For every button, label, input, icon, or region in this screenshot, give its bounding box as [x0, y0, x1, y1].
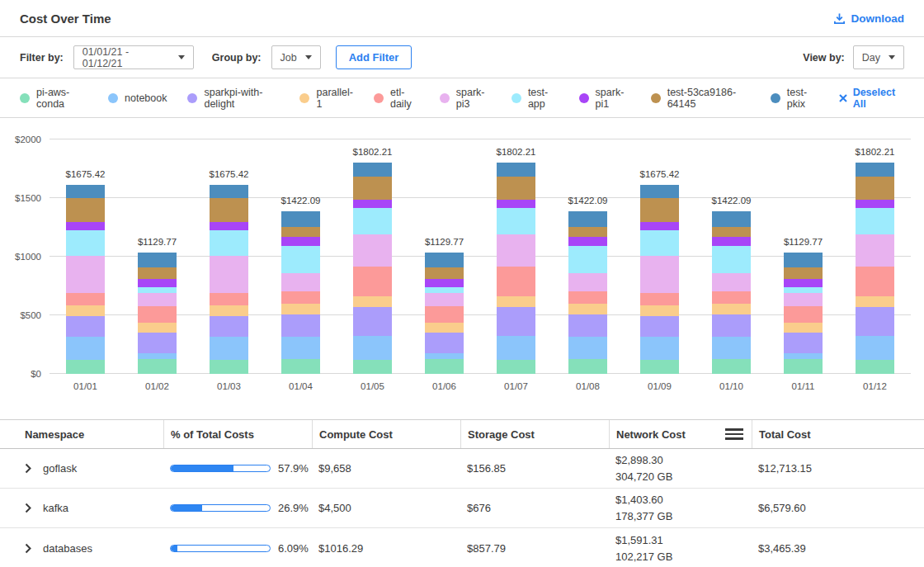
- bar-segment-pi-aws-conda[interactable]: [568, 359, 607, 374]
- bar-segment-sparkpi-with-delight[interactable]: [353, 307, 392, 336]
- legend-item-test-53ca9186-64145[interactable]: test-53ca9186-64145: [651, 87, 750, 110]
- column-header-compute-cost[interactable]: Compute Cost: [312, 420, 460, 448]
- bar-segment-test-pkix[interactable]: [712, 211, 751, 226]
- bar-segment-test-app[interactable]: [353, 208, 392, 235]
- stacked-bar-01/07[interactable]: [497, 163, 535, 374]
- bar-segment-sparkpi-with-delight[interactable]: [425, 333, 464, 353]
- bar-segment-spark-pi1[interactable]: [640, 222, 679, 230]
- bar-segment-spark-pi3[interactable]: [497, 234, 535, 266]
- bar-segment-spark-pi3[interactable]: [712, 273, 751, 291]
- bar-segment-etl-daily[interactable]: [138, 306, 177, 324]
- group-by-select[interactable]: Job: [271, 45, 321, 69]
- bar-segment-spark-pi1[interactable]: [66, 222, 105, 230]
- bar-segment-notebook[interactable]: [66, 337, 105, 360]
- bar-segment-test-app[interactable]: [856, 208, 894, 235]
- bar-segment-etl-daily[interactable]: [210, 293, 248, 305]
- stacked-bar-01/08[interactable]: [568, 211, 607, 374]
- bar-segment-test-app[interactable]: [66, 230, 105, 256]
- bar-segment-pi-aws-conda[interactable]: [856, 360, 894, 374]
- bar-segment-notebook[interactable]: [497, 336, 535, 359]
- date-range-select[interactable]: 01/01/21 - 01/12/21: [73, 45, 194, 69]
- bar-segment-spark-pi3[interactable]: [281, 273, 320, 291]
- column-header-total-cost[interactable]: Total Cost: [752, 420, 911, 448]
- bar-segment-sparkpi-with-delight[interactable]: [66, 316, 105, 337]
- bar-segment-test-pkix[interactable]: [425, 253, 464, 267]
- bar-segment-pi-aws-conda[interactable]: [712, 359, 751, 374]
- bar-segment-sparkpi-with-delight[interactable]: [138, 333, 177, 353]
- bar-segment-parallel-1[interactable]: [640, 305, 679, 316]
- bar-segment-spark-pi3[interactable]: [640, 256, 679, 294]
- bar-segment-spark-pi3[interactable]: [856, 234, 894, 266]
- menu-icon[interactable]: [725, 428, 743, 440]
- bar-segment-spark-pi3[interactable]: [568, 273, 607, 291]
- bar-segment-etl-daily[interactable]: [497, 267, 535, 296]
- bar-segment-test-53ca9186-64145[interactable]: [568, 227, 607, 237]
- bar-segment-parallel-1[interactable]: [425, 323, 464, 333]
- bar-segment-parallel-1[interactable]: [281, 304, 320, 314]
- bar-segment-test-app[interactable]: [568, 246, 607, 273]
- bar-segment-test-pkix[interactable]: [497, 163, 535, 177]
- bar-segment-test-app[interactable]: [425, 287, 464, 293]
- stacked-bar-01/06[interactable]: [425, 253, 464, 374]
- bar-segment-pi-aws-conda[interactable]: [640, 360, 679, 374]
- bar-segment-spark-pi3[interactable]: [210, 256, 248, 294]
- bar-segment-sparkpi-with-delight[interactable]: [712, 314, 751, 337]
- stacked-bar-01/05[interactable]: [353, 163, 392, 374]
- bar-segment-sparkpi-with-delight[interactable]: [281, 314, 320, 337]
- bar-segment-sparkpi-with-delight[interactable]: [784, 333, 823, 353]
- table-row-kafka[interactable]: kafka26.9%$4,500$676$1,403.60178,377 GB$…: [0, 489, 924, 528]
- bar-segment-parallel-1[interactable]: [568, 304, 607, 314]
- bar-segment-test-app[interactable]: [281, 246, 320, 273]
- bar-segment-test-app[interactable]: [210, 230, 248, 256]
- bar-segment-parallel-1[interactable]: [712, 304, 751, 314]
- stacked-bar-01/10[interactable]: [712, 211, 751, 374]
- bar-segment-spark-pi3[interactable]: [425, 293, 464, 306]
- bar-segment-notebook[interactable]: [640, 337, 679, 360]
- bar-segment-spark-pi1[interactable]: [568, 237, 607, 246]
- bar-segment-etl-daily[interactable]: [640, 293, 679, 305]
- bar-segment-etl-daily[interactable]: [568, 291, 607, 304]
- stacked-bar-01/01[interactable]: [66, 185, 105, 374]
- bar-segment-test-53ca9186-64145[interactable]: [281, 227, 320, 237]
- bar-segment-test-pkix[interactable]: [640, 185, 679, 198]
- chevron-right-icon[interactable]: [25, 543, 32, 554]
- view-by-select[interactable]: Day: [853, 45, 904, 69]
- bar-segment-test-53ca9186-64145[interactable]: [784, 267, 823, 280]
- bar-segment-notebook[interactable]: [138, 353, 177, 359]
- bar-segment-parallel-1[interactable]: [497, 296, 535, 307]
- stacked-bar-01/02[interactable]: [138, 253, 177, 374]
- bar-segment-test-app[interactable]: [784, 287, 823, 293]
- legend-item-etl-daily[interactable]: etl-daily: [374, 87, 419, 110]
- bar-segment-parallel-1[interactable]: [784, 323, 823, 333]
- bar-segment-spark-pi3[interactable]: [66, 256, 105, 294]
- bar-segment-test-pkix[interactable]: [66, 185, 105, 198]
- bar-segment-test-53ca9186-64145[interactable]: [66, 198, 105, 222]
- legend-item-test-app[interactable]: test-app: [512, 87, 559, 110]
- bar-segment-test-app[interactable]: [640, 230, 679, 256]
- add-filter-button[interactable]: Add Filter: [336, 45, 412, 69]
- bar-segment-pi-aws-conda[interactable]: [66, 360, 105, 374]
- bar-segment-pi-aws-conda[interactable]: [138, 359, 177, 374]
- bar-segment-spark-pi1[interactable]: [497, 200, 535, 208]
- bar-segment-spark-pi3[interactable]: [353, 234, 392, 266]
- legend-item-spark-pi1[interactable]: spark-pi1: [579, 87, 630, 110]
- bar-segment-test-pkix[interactable]: [353, 163, 392, 177]
- bar-segment-test-app[interactable]: [497, 208, 535, 235]
- stacked-bar-01/04[interactable]: [281, 211, 320, 374]
- bar-segment-pi-aws-conda[interactable]: [353, 360, 392, 374]
- bar-segment-notebook[interactable]: [712, 337, 751, 359]
- legend-item-pi-aws-conda[interactable]: pi-aws-conda: [20, 87, 87, 110]
- bar-segment-parallel-1[interactable]: [353, 296, 392, 307]
- chevron-right-icon[interactable]: [25, 463, 32, 474]
- column-header-network-cost[interactable]: Network Cost: [609, 420, 752, 448]
- column-header-storage-cost[interactable]: Storage Cost: [460, 420, 609, 448]
- legend-item-spark-pi3[interactable]: spark-pi3: [440, 87, 491, 110]
- bar-segment-spark-pi1[interactable]: [425, 279, 464, 286]
- stacked-bar-01/11[interactable]: [784, 253, 823, 374]
- bar-segment-test-53ca9186-64145[interactable]: [856, 177, 894, 200]
- bar-segment-spark-pi1[interactable]: [712, 237, 751, 246]
- bar-segment-parallel-1[interactable]: [138, 323, 177, 333]
- bar-segment-test-53ca9186-64145[interactable]: [353, 177, 392, 200]
- bar-segment-test-app[interactable]: [138, 287, 177, 293]
- bar-segment-notebook[interactable]: [425, 353, 464, 359]
